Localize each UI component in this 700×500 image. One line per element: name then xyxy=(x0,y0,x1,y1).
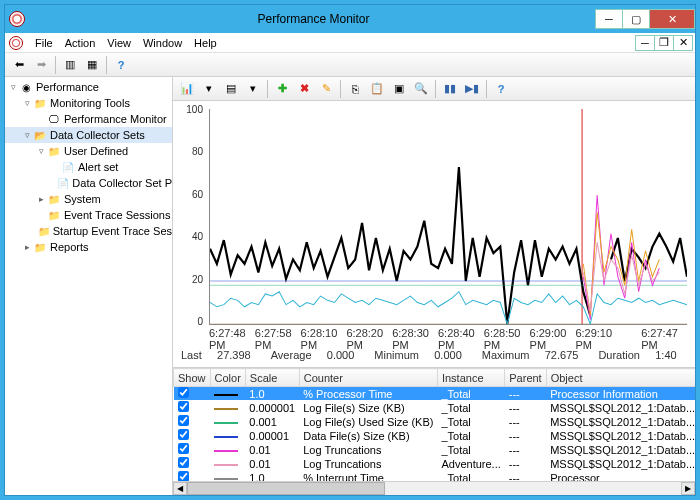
tree-node[interactable]: ▸📁System xyxy=(5,191,172,207)
add-counter-button[interactable]: ✚ xyxy=(272,79,292,99)
expand-icon[interactable]: ▿ xyxy=(21,130,33,140)
mdi-close-button[interactable]: ✕ xyxy=(673,35,693,51)
object-cell: MSSQL$SQL2012_1:Datab... xyxy=(546,443,695,457)
maximize-button[interactable]: ▢ xyxy=(622,9,650,29)
scroll-thumb[interactable] xyxy=(187,482,385,495)
update-button[interactable]: ▶▮ xyxy=(462,79,482,99)
tree-label: Reports xyxy=(50,241,89,253)
folder-icon: 📁 xyxy=(47,144,61,158)
menu-action[interactable]: Action xyxy=(59,37,102,49)
tree-node[interactable]: 🖵Performance Monitor xyxy=(5,111,172,127)
properties-button[interactable]: ▦ xyxy=(82,55,102,75)
parent-cell: --- xyxy=(505,457,546,471)
delete-counter-button[interactable]: ✖ xyxy=(294,79,314,99)
menu-help[interactable]: Help xyxy=(188,37,223,49)
legend-header[interactable]: Show xyxy=(174,369,211,387)
legend-header[interactable]: Parent xyxy=(505,369,546,387)
mdi-restore-button[interactable]: ❐ xyxy=(654,35,674,51)
y-tick-label: 20 xyxy=(192,273,203,284)
color-swatch xyxy=(210,415,245,429)
horizontal-scrollbar[interactable]: ◀ ▶ xyxy=(173,481,695,495)
scroll-track[interactable] xyxy=(187,482,681,495)
tree-node[interactable]: 📁Event Trace Sessions xyxy=(5,207,172,223)
back-button[interactable]: ⬅ xyxy=(9,55,29,75)
tree-node[interactable]: ▿📁Monitoring Tools xyxy=(5,95,172,111)
chevron-down-icon[interactable]: ▾ xyxy=(243,79,263,99)
tree-node[interactable]: ▿◉Performance xyxy=(5,79,172,95)
copy-button[interactable]: ⎘ xyxy=(345,79,365,99)
tree-node[interactable]: ▸📁Reports xyxy=(5,239,172,255)
chevron-down-icon[interactable]: ▾ xyxy=(199,79,219,99)
counter-cell: Log File(s) Size (KB) xyxy=(299,401,437,415)
menu-file[interactable]: File xyxy=(29,37,59,49)
chart-area[interactable]: 020406080100 6:27:48 PM6:27:58 PM6:28:10… xyxy=(173,101,695,347)
counter-cell: Log Truncations xyxy=(299,443,437,457)
zoom-button[interactable]: 🔍 xyxy=(411,79,431,99)
scroll-left-button[interactable]: ◀ xyxy=(173,482,187,495)
view-type-button[interactable]: 📊 xyxy=(177,79,197,99)
tree-label: Event Trace Sessions xyxy=(64,209,170,221)
tree-node[interactable]: 📄Alert set xyxy=(5,159,172,175)
folder-sel-icon: 📂 xyxy=(33,128,47,142)
expand-icon[interactable]: ▸ xyxy=(21,242,33,252)
legend-row[interactable]: 0.01 Log Truncations Adventure... --- MS… xyxy=(174,457,696,471)
legend-row[interactable]: 0.01 Log Truncations _Total --- MSSQL$SQ… xyxy=(174,443,696,457)
app-icon xyxy=(9,36,23,50)
legend-row[interactable]: 1.0 % Processor Time _Total --- Processo… xyxy=(174,387,696,401)
freeze-button[interactable]: ▮▮ xyxy=(440,79,460,99)
show-checkbox[interactable] xyxy=(174,387,211,401)
help-button[interactable]: ? xyxy=(111,55,131,75)
legend-table[interactable]: ShowColorScaleCounterInstanceParentObjec… xyxy=(173,368,695,495)
expand-icon[interactable]: ▿ xyxy=(21,98,33,108)
help-button[interactable]: ? xyxy=(491,79,511,99)
folder-icon: 📁 xyxy=(33,96,47,110)
show-checkbox[interactable] xyxy=(174,401,211,415)
expand-icon[interactable]: ▿ xyxy=(7,82,19,92)
tree-node[interactable]: 📁Startup Event Trace Ses xyxy=(5,223,172,239)
show-hide-tree-button[interactable]: ▥ xyxy=(60,55,80,75)
legend-row[interactable]: 0.00001 Data File(s) Size (KB) _Total --… xyxy=(174,429,696,443)
show-checkbox[interactable] xyxy=(174,443,211,457)
expand-icon[interactable]: ▿ xyxy=(35,146,47,156)
menu-view[interactable]: View xyxy=(101,37,137,49)
legend-row[interactable]: 0.000001 Log File(s) Size (KB) _Total --… xyxy=(174,401,696,415)
legend-header[interactable]: Scale xyxy=(245,369,299,387)
highlight-button[interactable]: ✎ xyxy=(316,79,336,99)
tree-node[interactable]: ▿📁User Defined xyxy=(5,143,172,159)
counter-legend[interactable]: ShowColorScaleCounterInstanceParentObjec… xyxy=(173,367,695,495)
show-checkbox[interactable] xyxy=(174,415,211,429)
legend-header[interactable]: Instance xyxy=(437,369,504,387)
legend-row[interactable]: 0.001 Log File(s) Used Size (KB) _Total … xyxy=(174,415,696,429)
legend-header[interactable]: Color xyxy=(210,369,245,387)
instance-cell: _Total xyxy=(437,401,504,415)
expand-icon[interactable]: ▸ xyxy=(35,194,47,204)
color-swatch xyxy=(210,429,245,443)
parent-cell: --- xyxy=(505,401,546,415)
last-label: Last xyxy=(181,349,202,361)
parent-cell: --- xyxy=(505,429,546,443)
display-button[interactable]: ▤ xyxy=(221,79,241,99)
scale-cell: 1.0 xyxy=(245,387,299,401)
paste-button[interactable]: 📋 xyxy=(367,79,387,99)
scale-cell: 0.001 xyxy=(245,415,299,429)
legend-header[interactable]: Counter xyxy=(299,369,437,387)
scroll-right-button[interactable]: ▶ xyxy=(681,482,695,495)
chart-toolbar: 📊 ▾ ▤ ▾ ✚ ✖ ✎ ⎘ 📋 ▣ 🔍 ▮▮ ▶▮ xyxy=(173,77,695,101)
legend-header[interactable]: Object xyxy=(546,369,695,387)
properties-button[interactable]: ▣ xyxy=(389,79,409,99)
menu-window[interactable]: Window xyxy=(137,37,188,49)
tree-node[interactable]: ▿📂Data Collector Sets xyxy=(5,127,172,143)
show-checkbox[interactable] xyxy=(174,457,211,471)
forward-button[interactable]: ➡ xyxy=(31,55,51,75)
set-icon: 📄 xyxy=(57,176,69,190)
close-button[interactable]: ✕ xyxy=(649,9,695,29)
plot[interactable] xyxy=(209,109,687,325)
minimize-button[interactable]: ─ xyxy=(595,9,623,29)
folder-icon: 📁 xyxy=(33,240,47,254)
tree-node[interactable]: 📄Data Collector Set P xyxy=(5,175,172,191)
x-tick-label: 6:29:10 PM xyxy=(575,327,621,351)
show-checkbox[interactable] xyxy=(174,429,211,443)
titlebar[interactable]: Performance Monitor ─ ▢ ✕ xyxy=(5,5,695,33)
navigation-tree[interactable]: ▿◉Performance▿📁Monitoring Tools 🖵Perform… xyxy=(5,77,173,495)
mdi-minimize-button[interactable]: ─ xyxy=(635,35,655,51)
